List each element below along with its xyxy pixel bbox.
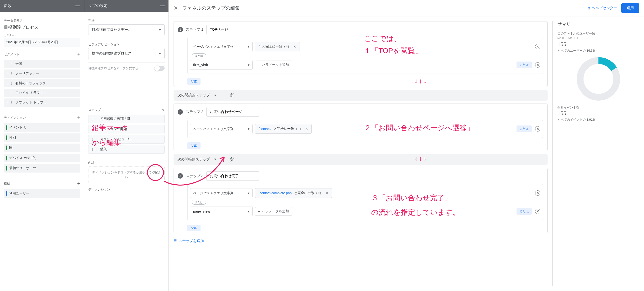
summary-donut-chart [577, 57, 620, 101]
add-step-button[interactable]: ☰ ステップを追加 [174, 236, 548, 246]
match-condition-chip[interactable]: /contact/ と完全に一致（=） ✕ [255, 124, 312, 134]
and-button[interactable]: AND [187, 78, 200, 85]
open-funnel-label: 目標到達プロセスをオープンにする [88, 66, 138, 71]
remove-match-icon[interactable]: ✕ [293, 45, 296, 49]
dimension-item[interactable]: 国 [4, 144, 80, 152]
funnel-step-card: 3 ステップ 3 ⋮ ページパス＋クエリ文字列▾ /contact/comple… [174, 168, 548, 233]
summary-date-sub: 5月1日～6月15日 [558, 36, 639, 40]
step-chip[interactable]: ⋮⋮初回起動 / 初回訪問 [88, 115, 164, 123]
step-number-badge: 3 [178, 173, 183, 179]
remove-match-icon[interactable]: ✕ [305, 127, 308, 131]
step-label: ステップ 2 [186, 110, 204, 114]
technique-select[interactable]: 目標到達プロセスデー…▾ [88, 24, 164, 35]
or-pill: または [192, 53, 206, 58]
summary-users-value: 155 [558, 41, 639, 48]
between-step-select[interactable]: 次の間接的ステップ ▾ ⏱ [174, 90, 548, 101]
help-center-link[interactable]: ⧉ ヘルプセンター [588, 6, 617, 10]
chevron-down-icon: ▾ [214, 157, 216, 161]
collapse-icon[interactable] [160, 6, 164, 6]
remove-condition-icon[interactable]: ✕ [535, 62, 540, 68]
pencil-icon: ✎ [154, 170, 158, 175]
dimension-label: ディメンション [88, 187, 164, 192]
remove-match-icon[interactable]: ✕ [325, 191, 328, 195]
chevron-down-icon: ▾ [214, 93, 216, 98]
dialog-title: ファネルのステップの編集 [182, 5, 583, 11]
remove-condition-icon[interactable]: ✕ [535, 126, 540, 132]
dimension-item[interactable]: イベント名 [4, 123, 80, 132]
segment-item[interactable]: ⋮⋮タブレット トラフ… [4, 98, 80, 107]
and-button[interactable]: AND [187, 225, 200, 231]
summary-users-pct: すべてのユーザーの 16.3% [558, 49, 639, 53]
timer-off-icon[interactable]: ⏱ [230, 157, 234, 162]
step-chip[interactable]: ⋮⋮セッションの開始 [88, 125, 164, 133]
step-label: ステップ 3 [186, 174, 204, 178]
event-select[interactable]: page_view▾ [190, 206, 252, 216]
dimension-select[interactable]: ページパス＋クエリ文字列▾ [190, 188, 252, 198]
dimensions-header: ディメンション [4, 116, 26, 120]
or-button[interactable]: または [516, 208, 532, 215]
condition-block: ページパス＋クエリ文字列▾ / と完全に一致（=） ✕ ✕ または [187, 38, 543, 74]
remove-condition-icon[interactable]: ✕ [535, 209, 540, 214]
step-chip[interactable]: ⋮⋮購入 [88, 145, 164, 154]
visualization-select[interactable]: 標準の目標到達プロセス▾ [88, 48, 164, 59]
collapse-icon[interactable] [76, 6, 80, 6]
explore-name[interactable]: 目標到達プロセス [4, 24, 80, 30]
date-range[interactable]: 2021年12月25日～2022年1月23日 [4, 38, 80, 47]
step-more-icon[interactable]: ⋮ [539, 27, 544, 33]
event-select[interactable]: first_visit▾ [190, 60, 252, 70]
add-metric-icon[interactable]: + [77, 180, 80, 187]
date-range-type: カスタム [4, 34, 80, 37]
segments-header: セグメント [4, 52, 20, 57]
segment-item[interactable]: ⋮⋮モバイル トラフィ… [4, 89, 80, 97]
condition-block: ページパス＋クエリ文字列▾ /contact/ と完全に一致（=） ✕ または … [187, 120, 543, 138]
chevron-down-icon: ▾ [248, 209, 250, 213]
remove-condition-icon[interactable]: ✕ [535, 190, 540, 196]
explore-name-label: データ探索名: [4, 19, 80, 23]
chevron-down-icon: ▾ [159, 28, 161, 32]
step-name-input[interactable] [206, 25, 259, 34]
step-chip[interactable]: ⋮⋮スクリーン ビュー/… [88, 135, 164, 144]
variables-header[interactable]: 変数 [0, 0, 84, 12]
segment-item[interactable]: ⋮⋮ノーリファラー [4, 70, 80, 78]
step-number-badge: 2 [178, 109, 183, 115]
step-more-icon[interactable]: ⋮ [539, 173, 544, 179]
match-condition-chip[interactable]: / と完全に一致（=） ✕ [255, 42, 300, 51]
segment-item[interactable]: ⋮⋮米国 [4, 60, 80, 68]
apply-button[interactable]: 適用 [621, 4, 639, 13]
list-icon: ☰ [174, 239, 177, 243]
and-button[interactable]: AND [187, 142, 200, 149]
timer-off-icon[interactable]: ⏱ [230, 93, 234, 98]
plus-icon: + [258, 63, 260, 67]
or-pill: または [192, 200, 206, 205]
summary-events-value: 155 [558, 110, 639, 117]
dimension-item[interactable]: デバイス カテゴリ [4, 154, 80, 162]
add-dimension-icon[interactable]: + [77, 115, 80, 121]
add-segment-icon[interactable]: + [77, 51, 80, 58]
add-parameter-button[interactable]: +パラメータを追加 [255, 61, 292, 69]
or-button[interactable]: または [516, 62, 532, 68]
close-icon[interactable]: ✕ [174, 5, 178, 11]
plus-icon: + [258, 209, 260, 213]
step-more-icon[interactable]: ⋮ [539, 109, 544, 115]
dimension-select[interactable]: ページパス＋クエリ文字列▾ [190, 42, 252, 51]
or-button[interactable]: または [516, 125, 532, 132]
segment-item[interactable]: ⋮⋮有料のトラフィック [4, 79, 80, 87]
between-step-select[interactable]: 次の間接的ステップ ▾ ⏱ [174, 154, 548, 165]
chevron-down-icon: ▾ [248, 44, 250, 49]
dimension-item[interactable]: 性別 [4, 133, 80, 142]
dimension-select[interactable]: ページパス＋クエリ文字列▾ [190, 124, 252, 134]
match-condition-chip[interactable]: /contact/complete.php と完全に一致（=） ✕ [255, 188, 332, 198]
remove-condition-icon[interactable]: ✕ [535, 44, 540, 49]
step-name-input[interactable] [206, 107, 259, 117]
edit-steps-pencil-icon[interactable]: ✎ [162, 108, 164, 112]
open-funnel-toggle[interactable] [155, 66, 164, 71]
dimension-item[interactable]: 最初のユーザーの… [4, 164, 80, 173]
metric-item[interactable]: 利用ユーザー [4, 189, 80, 198]
tab-settings-header[interactable]: タブの設定 [84, 0, 168, 12]
step-name-input[interactable] [206, 171, 259, 181]
step-label: ステップ 1 [186, 27, 204, 32]
summary-events-pct: すべてのイベントの 1.91% [558, 118, 639, 122]
add-parameter-button[interactable]: +パラメータを追加 [255, 207, 292, 216]
metrics-header: 指標 [4, 181, 10, 186]
annotation-circle: ✎ [147, 164, 164, 181]
